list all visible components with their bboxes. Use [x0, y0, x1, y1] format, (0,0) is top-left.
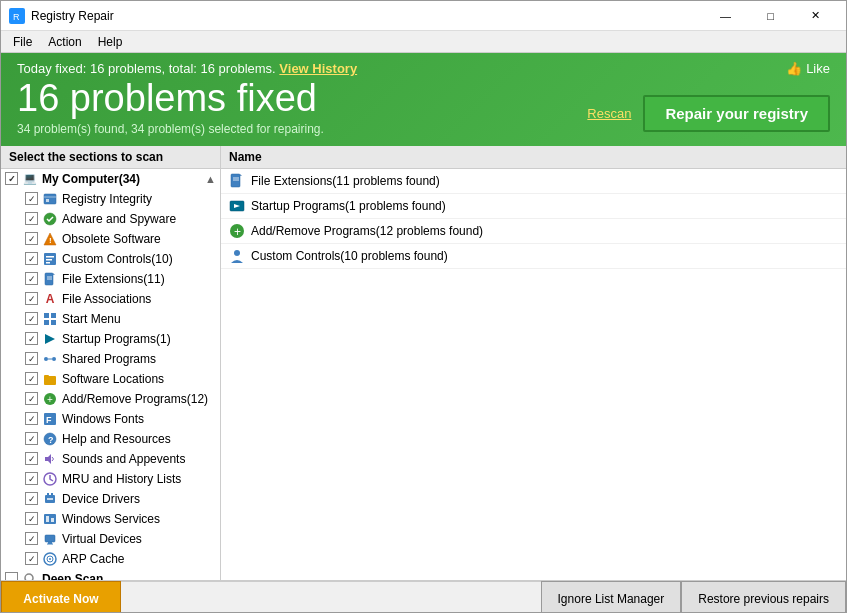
tree-label-windows-services: Windows Services [62, 512, 160, 526]
result-add-remove[interactable]: + Add/Remove Programs(12 problems found) [221, 219, 846, 244]
svg-rect-4 [46, 199, 49, 202]
checkbox-custom-controls[interactable] [25, 252, 38, 265]
svg-point-21 [44, 357, 48, 361]
thumbs-up-icon: 👍 [786, 61, 802, 76]
tree-label-file-extensions: File Extensions(11) [62, 272, 165, 286]
app-icon: R [9, 8, 25, 24]
tree-label-mru: MRU and History Lists [62, 472, 181, 486]
arp-cache-icon [42, 551, 58, 567]
tree-item-startup-programs[interactable]: Startup Programs(1) [1, 329, 220, 349]
svg-point-47 [25, 574, 33, 580]
checkbox-deep-scan[interactable] [5, 572, 18, 580]
checkbox-software-locations[interactable] [25, 372, 38, 385]
svg-text:?: ? [48, 435, 54, 445]
tree-item-obsolete[interactable]: ! Obsolete Software [1, 229, 220, 249]
tree-label-shared-programs: Shared Programs [62, 352, 156, 366]
result-custom-controls[interactable]: Custom Controls(10 problems found) [221, 244, 846, 269]
close-button[interactable]: ✕ [793, 1, 838, 31]
tree-item-add-remove[interactable]: + Add/Remove Programs(12) [1, 389, 220, 409]
result-file-extensions[interactable]: File Extensions(11 problems found) [221, 169, 846, 194]
checkbox-help-resources[interactable] [25, 432, 38, 445]
result-startup-programs[interactable]: Startup Programs(1 problems found) [221, 194, 846, 219]
startup-programs-icon [42, 331, 58, 347]
tree-item-registry-integrity[interactable]: Registry Integrity [1, 189, 220, 209]
footer: Activate Now Ignore List Manager Restore… [1, 581, 846, 613]
repair-registry-button[interactable]: Repair your registry [643, 95, 830, 132]
tree-label-start-menu: Start Menu [62, 312, 121, 326]
checkbox-adware[interactable] [25, 212, 38, 225]
tree-item-deep-scan[interactable]: Deep Scan [1, 569, 220, 580]
restore-previous-repairs-button[interactable]: Restore previous repairs [681, 581, 846, 613]
checkbox-arp-cache[interactable] [25, 552, 38, 565]
tree-container[interactable]: 💻 My Computer(34) ▲ Registry Integrity A… [1, 169, 220, 580]
ignore-list-manager-button[interactable]: Ignore List Manager [541, 581, 682, 613]
left-panel-header: Select the sections to scan [1, 146, 220, 169]
tree-item-custom-controls[interactable]: Custom Controls(10) [1, 249, 220, 269]
menu-action[interactable]: Action [40, 33, 89, 51]
svg-rect-9 [46, 256, 54, 258]
tree-item-start-menu[interactable]: Start Menu [1, 309, 220, 329]
obsolete-icon: ! [42, 231, 58, 247]
svg-marker-13 [53, 273, 55, 275]
tree-item-my-computer[interactable]: 💻 My Computer(34) ▲ [1, 169, 220, 189]
menu-file[interactable]: File [5, 33, 40, 51]
like-button[interactable]: 👍 Like [786, 61, 830, 76]
registry-icon [42, 191, 58, 207]
svg-rect-41 [45, 535, 55, 542]
svg-rect-37 [47, 498, 53, 500]
software-locations-icon [42, 371, 58, 387]
app-title: Registry Repair [31, 9, 114, 23]
checkbox-device-drivers[interactable] [25, 492, 38, 505]
checkbox-sounds[interactable] [25, 452, 38, 465]
tree-label-adware: Adware and Spyware [62, 212, 176, 226]
tree-label-add-remove: Add/Remove Programs(12) [62, 392, 208, 406]
virtual-devices-icon [42, 531, 58, 547]
tree-item-software-locations[interactable]: Software Locations [1, 369, 220, 389]
tree-label-deep-scan: Deep Scan [42, 572, 103, 580]
checkbox-registry-integrity[interactable] [25, 192, 38, 205]
windows-services-icon [42, 511, 58, 527]
checkbox-virtual-devices[interactable] [25, 532, 38, 545]
svg-point-59 [234, 250, 240, 256]
tree-item-file-extensions[interactable]: File Extensions(11) [1, 269, 220, 289]
checkbox-file-associations[interactable] [25, 292, 38, 305]
mru-icon [42, 471, 58, 487]
tree-item-virtual-devices[interactable]: Virtual Devices [1, 529, 220, 549]
checkbox-shared-programs[interactable] [25, 352, 38, 365]
svg-rect-17 [51, 313, 56, 318]
scroll-up-arrow[interactable]: ▲ [205, 173, 216, 185]
checkbox-mru[interactable] [25, 472, 38, 485]
tree-label-my-computer: My Computer(34) [42, 172, 140, 186]
shared-programs-icon [42, 351, 58, 367]
checkbox-windows-services[interactable] [25, 512, 38, 525]
tree-item-mru[interactable]: MRU and History Lists [1, 469, 220, 489]
tree-item-shared-programs[interactable]: Shared Programs [1, 349, 220, 369]
checkbox-windows-fonts[interactable] [25, 412, 38, 425]
maximize-button[interactable]: □ [748, 1, 793, 31]
checkbox-start-menu[interactable] [25, 312, 38, 325]
checkbox-add-remove[interactable] [25, 392, 38, 405]
minimize-button[interactable]: — [703, 1, 748, 31]
checkbox-my-computer[interactable] [5, 172, 18, 185]
tree-item-arp-cache[interactable]: ARP Cache [1, 549, 220, 569]
tree-item-windows-services[interactable]: Windows Services [1, 509, 220, 529]
svg-text:+: + [47, 394, 53, 405]
tree-item-help-resources[interactable]: ? Help and Resources [1, 429, 220, 449]
tree-item-file-associations[interactable]: A File Associations [1, 289, 220, 309]
checkbox-file-extensions[interactable] [25, 272, 38, 285]
tree-item-sounds[interactable]: Sounds and Appevents [1, 449, 220, 469]
tree-label-sounds: Sounds and Appevents [62, 452, 185, 466]
activate-now-button[interactable]: Activate Now [1, 581, 121, 613]
svg-rect-40 [51, 518, 54, 522]
rescan-link[interactable]: Rescan [587, 106, 631, 121]
tree-item-device-drivers[interactable]: Device Drivers [1, 489, 220, 509]
checkbox-obsolete[interactable] [25, 232, 38, 245]
menu-help[interactable]: Help [90, 33, 131, 51]
view-history-link[interactable]: View History [279, 61, 357, 76]
tree-item-windows-fonts[interactable]: F Windows Fonts [1, 409, 220, 429]
sounds-icon [42, 451, 58, 467]
result-add-remove-icon: + [229, 223, 245, 239]
custom-controls-icon [42, 251, 58, 267]
tree-item-adware[interactable]: Adware and Spyware [1, 209, 220, 229]
checkbox-startup-programs[interactable] [25, 332, 38, 345]
